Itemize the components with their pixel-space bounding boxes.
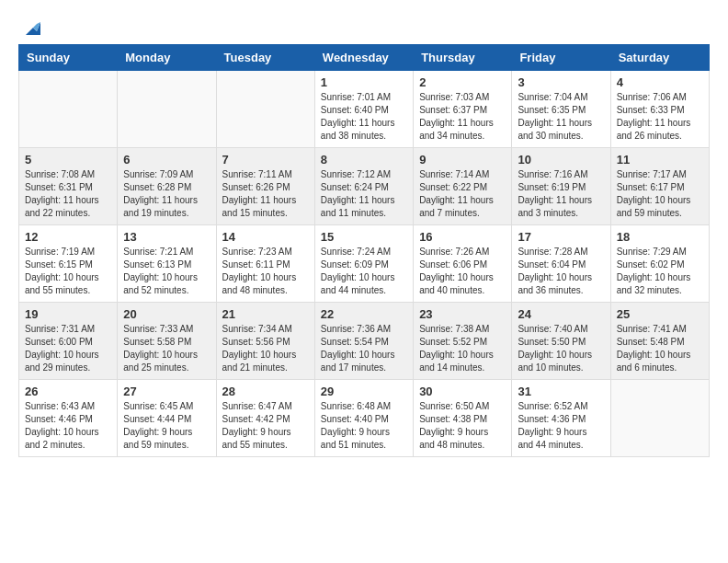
day-info: Sunrise: 6:50 AM Sunset: 4:38 PM Dayligh… [419, 400, 506, 452]
calendar-cell: 3Sunrise: 7:04 AM Sunset: 6:35 PM Daylig… [512, 71, 610, 148]
day-number: 26 [25, 385, 111, 398]
calendar-cell: 15Sunrise: 7:24 AM Sunset: 6:09 PM Dayli… [314, 225, 413, 303]
calendar-week-row: 5Sunrise: 7:08 AM Sunset: 6:31 PM Daylig… [19, 148, 710, 225]
calendar-cell [216, 71, 314, 148]
calendar-cell [610, 380, 709, 457]
calendar-cell: 13Sunrise: 7:21 AM Sunset: 6:13 PM Dayli… [118, 225, 216, 303]
day-number: 9 [419, 153, 506, 167]
calendar-cell: 17Sunrise: 7:28 AM Sunset: 6:04 PM Dayli… [512, 225, 610, 303]
weekday-header-tuesday: Tuesday [216, 45, 314, 71]
day-info: Sunrise: 7:21 AM Sunset: 6:13 PM Dayligh… [123, 246, 210, 297]
calendar-cell: 26Sunrise: 6:43 AM Sunset: 4:46 PM Dayli… [19, 380, 118, 457]
day-info: Sunrise: 7:26 AM Sunset: 6:06 PM Dayligh… [419, 246, 506, 297]
day-number: 11 [617, 153, 703, 167]
day-number: 20 [123, 307, 210, 321]
day-info: Sunrise: 7:23 AM Sunset: 6:11 PM Dayligh… [222, 246, 309, 297]
weekday-header-monday: Monday [118, 45, 216, 71]
calendar-cell: 5Sunrise: 7:08 AM Sunset: 6:31 PM Daylig… [19, 148, 118, 225]
day-number: 18 [617, 230, 703, 244]
day-number: 10 [518, 153, 604, 167]
calendar-cell: 25Sunrise: 7:41 AM Sunset: 5:48 PM Dayli… [610, 303, 709, 380]
calendar-cell: 9Sunrise: 7:14 AM Sunset: 6:22 PM Daylig… [414, 148, 512, 225]
day-number: 3 [518, 75, 604, 89]
calendar-cell: 6Sunrise: 7:09 AM Sunset: 6:28 PM Daylig… [118, 148, 216, 225]
day-info: Sunrise: 7:17 AM Sunset: 6:17 PM Dayligh… [617, 168, 703, 220]
calendar-cell: 11Sunrise: 7:17 AM Sunset: 6:17 PM Dayli… [610, 148, 709, 225]
calendar-cell: 19Sunrise: 7:31 AM Sunset: 6:00 PM Dayli… [19, 303, 118, 380]
day-info: Sunrise: 7:19 AM Sunset: 6:15 PM Dayligh… [25, 246, 111, 297]
day-info: Sunrise: 7:24 AM Sunset: 6:09 PM Dayligh… [321, 246, 407, 297]
calendar-cell: 4Sunrise: 7:06 AM Sunset: 6:33 PM Daylig… [610, 71, 709, 148]
logo [18, 18, 40, 35]
day-info: Sunrise: 7:38 AM Sunset: 5:52 PM Dayligh… [419, 323, 506, 374]
calendar-week-row: 12Sunrise: 7:19 AM Sunset: 6:15 PM Dayli… [19, 225, 710, 303]
day-number: 2 [419, 75, 506, 89]
day-info: Sunrise: 7:33 AM Sunset: 5:58 PM Dayligh… [123, 323, 210, 374]
day-number: 25 [617, 307, 703, 321]
day-info: Sunrise: 6:47 AM Sunset: 4:42 PM Dayligh… [222, 400, 309, 452]
calendar-cell: 14Sunrise: 7:23 AM Sunset: 6:11 PM Dayli… [216, 225, 314, 303]
day-info: Sunrise: 7:16 AM Sunset: 6:19 PM Dayligh… [518, 168, 604, 220]
day-info: Sunrise: 7:11 AM Sunset: 6:26 PM Dayligh… [222, 168, 309, 220]
day-number: 23 [419, 307, 506, 321]
weekday-header-friday: Friday [512, 45, 610, 71]
day-number: 8 [321, 153, 407, 167]
calendar-cell: 21Sunrise: 7:34 AM Sunset: 5:56 PM Dayli… [216, 303, 314, 380]
day-number: 5 [25, 153, 111, 167]
calendar-table: SundayMondayTuesdayWednesdayThursdayFrid… [18, 44, 710, 457]
day-number: 13 [123, 230, 210, 244]
calendar-cell: 31Sunrise: 6:52 AM Sunset: 4:36 PM Dayli… [512, 380, 610, 457]
day-info: Sunrise: 6:43 AM Sunset: 4:46 PM Dayligh… [25, 400, 111, 452]
calendar-cell [19, 71, 118, 148]
weekday-header-sunday: Sunday [19, 45, 118, 71]
day-info: Sunrise: 7:12 AM Sunset: 6:24 PM Dayligh… [321, 168, 407, 220]
calendar-cell: 27Sunrise: 6:45 AM Sunset: 4:44 PM Dayli… [118, 380, 216, 457]
calendar-cell: 28Sunrise: 6:47 AM Sunset: 4:42 PM Dayli… [216, 380, 314, 457]
day-info: Sunrise: 7:41 AM Sunset: 5:48 PM Dayligh… [617, 323, 703, 374]
day-info: Sunrise: 7:31 AM Sunset: 6:00 PM Dayligh… [25, 323, 111, 374]
calendar-week-row: 1Sunrise: 7:01 AM Sunset: 6:40 PM Daylig… [19, 71, 710, 148]
calendar-week-row: 26Sunrise: 6:43 AM Sunset: 4:46 PM Dayli… [19, 380, 710, 457]
day-number: 29 [321, 385, 407, 398]
day-info: Sunrise: 6:48 AM Sunset: 4:40 PM Dayligh… [321, 400, 407, 452]
calendar-cell: 29Sunrise: 6:48 AM Sunset: 4:40 PM Dayli… [314, 380, 413, 457]
calendar-cell: 16Sunrise: 7:26 AM Sunset: 6:06 PM Dayli… [414, 225, 512, 303]
day-info: Sunrise: 7:36 AM Sunset: 5:54 PM Dayligh… [321, 323, 407, 374]
day-number: 6 [123, 153, 210, 167]
day-number: 16 [419, 230, 506, 244]
weekday-header-wednesday: Wednesday [314, 45, 413, 71]
calendar-cell: 24Sunrise: 7:40 AM Sunset: 5:50 PM Dayli… [512, 303, 610, 380]
day-number: 19 [25, 307, 111, 321]
day-info: Sunrise: 7:40 AM Sunset: 5:50 PM Dayligh… [518, 323, 604, 374]
day-number: 31 [518, 385, 604, 398]
calendar-cell: 1Sunrise: 7:01 AM Sunset: 6:40 PM Daylig… [314, 71, 413, 148]
day-info: Sunrise: 7:08 AM Sunset: 6:31 PM Dayligh… [25, 168, 111, 220]
day-info: Sunrise: 6:45 AM Sunset: 4:44 PM Dayligh… [123, 400, 210, 452]
calendar-cell [118, 71, 216, 148]
day-info: Sunrise: 7:06 AM Sunset: 6:33 PM Dayligh… [617, 91, 703, 143]
day-info: Sunrise: 6:52 AM Sunset: 4:36 PM Dayligh… [518, 400, 604, 452]
day-info: Sunrise: 7:04 AM Sunset: 6:35 PM Dayligh… [518, 91, 604, 143]
calendar-cell: 20Sunrise: 7:33 AM Sunset: 5:58 PM Dayli… [118, 303, 216, 380]
day-number: 27 [123, 385, 210, 398]
weekday-header-saturday: Saturday [610, 45, 709, 71]
day-info: Sunrise: 7:01 AM Sunset: 6:40 PM Dayligh… [321, 91, 407, 143]
day-number: 4 [617, 75, 703, 89]
calendar-cell: 10Sunrise: 7:16 AM Sunset: 6:19 PM Dayli… [512, 148, 610, 225]
calendar-cell: 22Sunrise: 7:36 AM Sunset: 5:54 PM Dayli… [314, 303, 413, 380]
calendar-cell: 8Sunrise: 7:12 AM Sunset: 6:24 PM Daylig… [314, 148, 413, 225]
day-number: 22 [321, 307, 407, 321]
day-number: 15 [321, 230, 407, 244]
day-info: Sunrise: 7:29 AM Sunset: 6:02 PM Dayligh… [617, 246, 703, 297]
day-number: 21 [222, 307, 309, 321]
calendar-cell: 7Sunrise: 7:11 AM Sunset: 6:26 PM Daylig… [216, 148, 314, 225]
calendar-cell: 23Sunrise: 7:38 AM Sunset: 5:52 PM Dayli… [414, 303, 512, 380]
day-number: 1 [321, 75, 407, 89]
page-header [18, 18, 710, 35]
day-number: 17 [518, 230, 604, 244]
day-info: Sunrise: 7:09 AM Sunset: 6:28 PM Dayligh… [123, 168, 210, 220]
day-number: 28 [222, 385, 309, 398]
calendar-cell: 18Sunrise: 7:29 AM Sunset: 6:02 PM Dayli… [610, 225, 709, 303]
day-info: Sunrise: 7:03 AM Sunset: 6:37 PM Dayligh… [419, 91, 506, 143]
calendar-cell: 30Sunrise: 6:50 AM Sunset: 4:38 PM Dayli… [414, 380, 512, 457]
